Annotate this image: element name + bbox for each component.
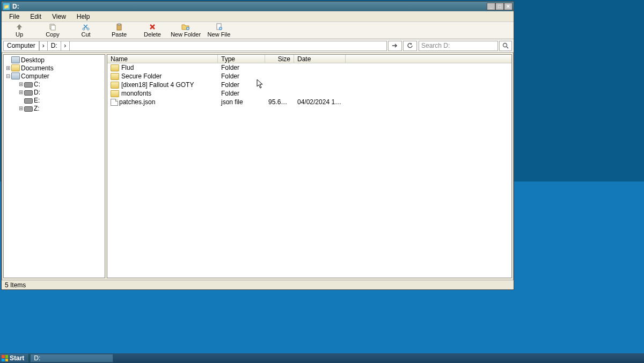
menu-view[interactable]: View	[47, 12, 71, 21]
cell-size: 95.66 KB	[265, 98, 294, 106]
refresh-button[interactable]	[403, 41, 417, 51]
new-file-icon	[215, 23, 223, 31]
new-folder-button[interactable]: New Folder	[169, 23, 202, 39]
cell-name: monofonts	[107, 90, 218, 97]
menu-edit[interactable]: Edit	[25, 12, 47, 21]
statusbar: 5 Items	[2, 280, 514, 289]
delete-icon	[148, 23, 157, 31]
expand-icon[interactable]: ⊞	[18, 89, 24, 95]
clipboard-icon	[115, 23, 123, 31]
paste-button[interactable]: Paste	[103, 23, 136, 39]
breadcrumb-drive[interactable]: D:	[48, 41, 61, 51]
file-manager-window: 📁 D: _ □ ✕ File Edit View Help Up Copy C…	[1, 1, 514, 290]
computer-icon	[11, 72, 20, 79]
cell-date: 04/02/2024 14:50	[294, 98, 348, 106]
menu-file[interactable]: File	[4, 12, 25, 21]
minimize-button[interactable]: _	[487, 3, 495, 10]
tree-drive-c[interactable]: ⊞C:	[4, 80, 105, 88]
search-button[interactable]	[499, 41, 512, 51]
address-bar: Computer › D: › Search D:	[2, 39, 514, 53]
svg-rect-1	[51, 25, 55, 30]
drive-icon	[24, 98, 33, 104]
drive-icon	[24, 106, 33, 112]
list-row[interactable]: monofontsFolder	[107, 89, 511, 98]
window-title: D:	[12, 3, 487, 10]
titlebar[interactable]: 📁 D: _ □ ✕	[2, 2, 514, 11]
drive-icon	[24, 82, 33, 88]
go-button[interactable]	[388, 41, 402, 51]
breadcrumb-chevron-2[interactable]: ›	[61, 41, 70, 51]
cell-name: [dixen18] Fallout 4 GOTY	[107, 81, 218, 89]
delete-button[interactable]: Delete	[136, 23, 169, 39]
new-folder-icon	[181, 23, 190, 31]
expand-icon[interactable]: ⊞	[18, 81, 24, 87]
cell-type: Folder	[218, 81, 265, 89]
tree-drive-e[interactable]: E:	[4, 96, 105, 104]
toolbar: Up Copy Cut Paste Delete New Folder New …	[2, 22, 514, 39]
window-controls: _ □ ✕	[487, 3, 513, 10]
close-button[interactable]: ✕	[504, 3, 513, 10]
cell-name: Flud	[107, 64, 218, 71]
menubar: File Edit View Help	[2, 11, 514, 22]
list-row[interactable]: patches.jsonjson file95.66 KB04/02/2024 …	[107, 98, 511, 106]
tree-drive-d[interactable]: ⊞D:	[4, 88, 105, 96]
folder-icon	[111, 82, 119, 89]
taskbar-item[interactable]: D:	[30, 354, 113, 362]
list-body[interactable]: FludFolderSecure FolderFolder[dixen18] F…	[107, 63, 511, 278]
up-arrow-icon	[15, 23, 24, 31]
copy-button[interactable]: Copy	[36, 23, 69, 39]
drive-icon	[24, 90, 33, 96]
expand-icon[interactable]: ⊞	[18, 105, 24, 111]
list-header: Name Type Size Date	[107, 55, 511, 63]
cell-name: Secure Folder	[107, 72, 218, 80]
menu-help[interactable]: Help	[71, 12, 96, 21]
cell-type: Folder	[218, 64, 265, 71]
file-icon	[111, 99, 118, 106]
breadcrumb-chevron-1[interactable]: ›	[39, 41, 48, 51]
status-text: 5 Items	[5, 281, 26, 289]
copy-icon	[48, 23, 57, 31]
cell-type: json file	[218, 98, 265, 106]
folder-icon	[111, 64, 119, 71]
cut-button[interactable]: Cut	[69, 23, 103, 39]
folder-icon	[111, 73, 119, 80]
column-name[interactable]: Name	[107, 55, 218, 63]
cell-type: Folder	[218, 90, 265, 97]
app-icon: 📁	[3, 3, 10, 10]
folder-tree[interactable]: Desktop ⊞Documents ⊟Computer ⊞C: ⊞D: E: …	[3, 54, 105, 278]
collapse-icon[interactable]: ⊟	[5, 73, 11, 79]
taskbar: Start D:	[0, 353, 644, 363]
search-input[interactable]: Search D:	[419, 41, 498, 51]
tree-computer[interactable]: ⊟Computer	[4, 72, 105, 80]
cell-type: Folder	[218, 72, 265, 80]
tree-documents[interactable]: ⊞Documents	[4, 64, 105, 72]
list-row[interactable]: [dixen18] Fallout 4 GOTYFolder	[107, 81, 511, 89]
folder-icon	[111, 90, 119, 97]
svg-point-9	[503, 43, 507, 47]
cell-name: patches.json	[107, 98, 218, 106]
desktop-icon	[11, 56, 20, 63]
scissors-icon	[82, 23, 90, 31]
new-file-button[interactable]: New File	[202, 23, 236, 39]
tree-drive-z[interactable]: ⊞Z:	[4, 104, 105, 112]
up-button[interactable]: Up	[3, 23, 36, 39]
column-size[interactable]: Size	[265, 55, 294, 63]
svg-rect-5	[118, 24, 120, 25]
svg-point-3	[87, 28, 89, 30]
start-button[interactable]: Start	[0, 354, 29, 362]
maximize-button[interactable]: □	[495, 3, 504, 10]
list-row[interactable]: Secure FolderFolder	[107, 72, 511, 81]
address-path[interactable]	[70, 41, 387, 51]
breadcrumb-root[interactable]: Computer	[3, 41, 39, 51]
content-area: Desktop ⊞Documents ⊟Computer ⊞C: ⊞D: E: …	[2, 53, 514, 280]
windows-logo-icon	[2, 355, 8, 361]
list-row[interactable]: FludFolder	[107, 63, 511, 72]
column-spacer	[346, 55, 511, 63]
folder-icon	[11, 64, 20, 71]
expand-icon[interactable]: ⊞	[5, 65, 11, 71]
column-date[interactable]: Date	[294, 55, 346, 63]
column-type[interactable]: Type	[218, 55, 265, 63]
tree-desktop[interactable]: Desktop	[4, 56, 105, 64]
file-list: Name Type Size Date FludFolderSecure Fol…	[107, 54, 512, 278]
